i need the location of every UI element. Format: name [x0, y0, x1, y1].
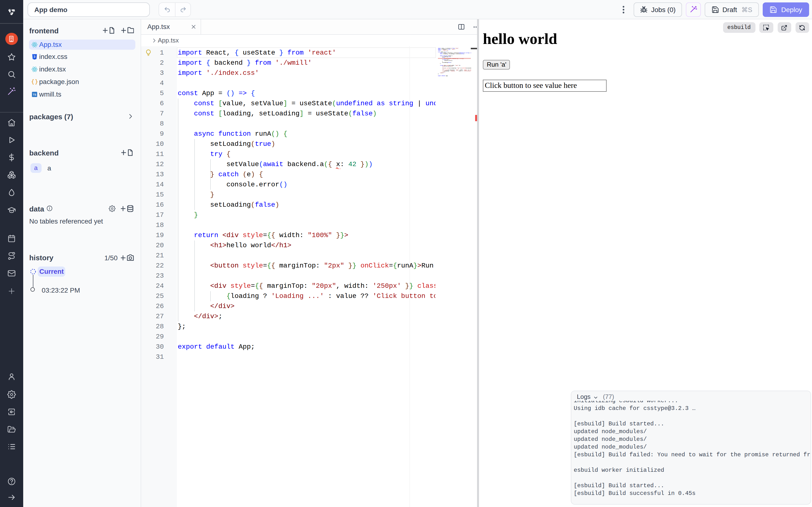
- svg-text:3: 3: [34, 55, 36, 58]
- svg-text:TS: TS: [33, 93, 36, 96]
